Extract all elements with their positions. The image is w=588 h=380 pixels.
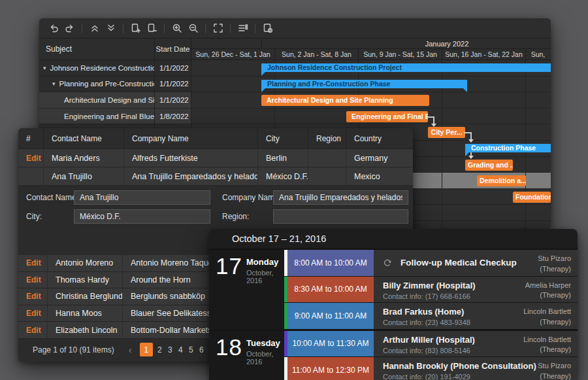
- gantt-bar-task[interactable]: Engineering and Final Bluep...: [346, 111, 428, 122]
- company-name-label: Company Name:: [222, 193, 281, 202]
- column-header[interactable]: Contact Name: [44, 128, 124, 148]
- column-header[interactable]: #: [18, 128, 44, 148]
- column-header[interactable]: City: [258, 128, 308, 148]
- pager-prev-icon[interactable]: ‹: [129, 344, 132, 355]
- toolbar-separator: [123, 24, 123, 33]
- desktop: { "background": "#59595b", "gantt": { "t…: [0, 0, 588, 380]
- column-header[interactable]: Country: [346, 128, 413, 148]
- collapse-all-button[interactable]: [86, 20, 103, 36]
- export-icon: [263, 23, 273, 33]
- timeline-month-label: January 2022: [261, 39, 551, 49]
- column-header-subject[interactable]: Subject: [39, 39, 155, 60]
- export-button[interactable]: [259, 20, 276, 36]
- appointment-row[interactable]: 8:00 AM to 10:00 AM Follow-up Medical Ch…: [284, 250, 578, 277]
- gantt-row[interactable]: Engineering and Final Bluepr...1/8/2022: [39, 109, 551, 125]
- timeline-week-label: Sun, 16 Jan - Sat, 22 Jan: [442, 49, 526, 60]
- appointment-row[interactable]: 11:00 AM to 12:30 PM Hannah Brookly (Pho…: [284, 357, 578, 380]
- edit-link[interactable]: Edit: [26, 309, 41, 318]
- day-cell[interactable]: 17 Monday October, 2016: [209, 250, 284, 330]
- appointment-resource: Lincoln Bartlett (Therapy): [523, 335, 571, 356]
- column-header[interactable]: Region: [308, 128, 346, 148]
- toolbar-separator: [255, 24, 255, 33]
- gantt-bar-summary[interactable]: Planning and Pre-Construction Phase: [261, 80, 467, 88]
- toggle-resources-icon: [238, 23, 248, 33]
- company-name-field[interactable]: [273, 190, 408, 205]
- cell-city: Berlin: [258, 149, 308, 167]
- task-subject: Johnson Residence Construction ...: [50, 64, 155, 72]
- city-field[interactable]: [74, 209, 210, 224]
- toolbar-separator: [164, 24, 165, 33]
- collapse-all-icon: [90, 23, 100, 33]
- appointment-time: 9:00 AM to 11:00 AM: [295, 311, 367, 320]
- gantt-bar-task[interactable]: Demolition a...: [477, 175, 526, 186]
- day-cell[interactable]: 18 Tuesday October, 2016: [209, 331, 284, 380]
- pager-page-button[interactable]: 4: [176, 343, 186, 356]
- edit-link[interactable]: Edit: [26, 154, 41, 163]
- contact-name-field[interactable]: [74, 190, 210, 205]
- gantt-bar-summary[interactable]: Construction Phase: [465, 144, 551, 152]
- remove-dependency-button[interactable]: [144, 20, 160, 36]
- table-row-editing[interactable]: Ana Trujillo Ana Trujillo Emparedados y …: [18, 167, 413, 186]
- day-number: 18: [216, 336, 242, 358]
- remove-dependency-icon: [147, 23, 157, 33]
- cell-country: Mexico: [346, 167, 413, 185]
- add-task-button[interactable]: [127, 20, 144, 36]
- task-start-date: 1/1/2022: [155, 77, 191, 92]
- zoom-in-icon: [172, 23, 182, 33]
- edit-link[interactable]: Edit: [26, 258, 41, 268]
- edit-link[interactable]: Edit: [26, 292, 41, 301]
- grid-header-row: # Contact Name Company Name City Region …: [18, 128, 413, 149]
- city-label: City:: [26, 212, 42, 221]
- scheduler-window: October 17 – 21, 2016 17 Monday October,…: [209, 229, 578, 380]
- appointment-resource: Stu Pizaro (Therapy): [538, 361, 571, 380]
- collapse-caret-icon[interactable]: ▾: [43, 65, 46, 71]
- gantt-bar-task[interactable]: Foundation: [513, 192, 551, 203]
- redo-button[interactable]: [61, 20, 78, 36]
- cell-company: Ana Trujillo Emparedados y helados: [124, 167, 258, 185]
- appointment-time: 8:00 AM to 10:00 AM: [294, 258, 367, 268]
- day-number: 17: [216, 254, 242, 277]
- toggle-resources-button[interactable]: [235, 20, 251, 36]
- column-header[interactable]: Company Name: [124, 128, 258, 148]
- pager-page-button[interactable]: 5: [186, 343, 196, 356]
- expand-all-button[interactable]: [103, 20, 119, 36]
- gantt-bar-task[interactable]: Grading and ...: [465, 160, 513, 171]
- appointment-resource: Stu Pizaro (Therapy): [538, 254, 571, 275]
- pager-page-button[interactable]: 6: [197, 343, 206, 356]
- gantt-bar-task[interactable]: City Per...: [428, 127, 465, 138]
- pager-page-button[interactable]: 1: [140, 343, 153, 356]
- appointment-row[interactable]: 9:00 AM to 11:00 AM Brad Farkus (Home) C…: [284, 303, 578, 330]
- gantt-bar-task[interactable]: Architectural Design and Site Planning: [261, 95, 429, 106]
- task-start-date: 1/1/2022: [155, 60, 191, 76]
- edit-link[interactable]: Edit: [26, 275, 41, 285]
- cell-region: [308, 167, 346, 185]
- zoom-out-icon: [188, 23, 199, 33]
- appointment-row[interactable]: 8:30 AM to 10:00 AM Billy Zimmer (Hospit…: [284, 277, 578, 303]
- cell-country: Germany: [346, 149, 413, 167]
- pager-summary: Page 1 of 10 (91 items): [33, 345, 114, 354]
- day-month: October, 2016: [246, 350, 284, 366]
- gantt-header: Subject Start Date January 2022 Sun, 26 …: [39, 38, 551, 60]
- cell-contact: Hanna Moos: [48, 305, 123, 322]
- zoom-in-button[interactable]: [169, 20, 185, 36]
- fullscreen-icon: [213, 23, 223, 33]
- cell-contact: Ana Trujillo: [44, 167, 124, 185]
- cell-contact: Elizabeth Lincoln: [48, 322, 123, 338]
- gantt-toolbar: [39, 18, 551, 38]
- edit-link[interactable]: Edit: [26, 326, 41, 335]
- appointment-row[interactable]: 10:00 AM to 11:30 AM Arthur Miller (Hosp…: [284, 331, 578, 358]
- recurrence-icon: [383, 258, 392, 268]
- column-header-start-date[interactable]: Start Date: [155, 39, 191, 60]
- fullscreen-button[interactable]: [210, 20, 226, 36]
- cell-contact: Antonio Moreno: [48, 255, 123, 271]
- cell-city: México D.F.: [258, 167, 308, 185]
- undo-button[interactable]: [45, 20, 61, 36]
- gantt-bar-summary[interactable]: Johnson Residence Construction Project: [261, 63, 551, 72]
- table-row[interactable]: Edit Maria Anders Alfreds Futterkiste Be…: [18, 149, 413, 167]
- pager-page-button[interactable]: 2: [155, 343, 165, 356]
- collapse-caret-icon[interactable]: ▾: [52, 80, 56, 87]
- zoom-out-button[interactable]: [185, 20, 201, 36]
- region-field[interactable]: [273, 209, 408, 224]
- cell-contact: Christina Berglund: [48, 288, 123, 305]
- pager-page-button[interactable]: 3: [165, 343, 175, 356]
